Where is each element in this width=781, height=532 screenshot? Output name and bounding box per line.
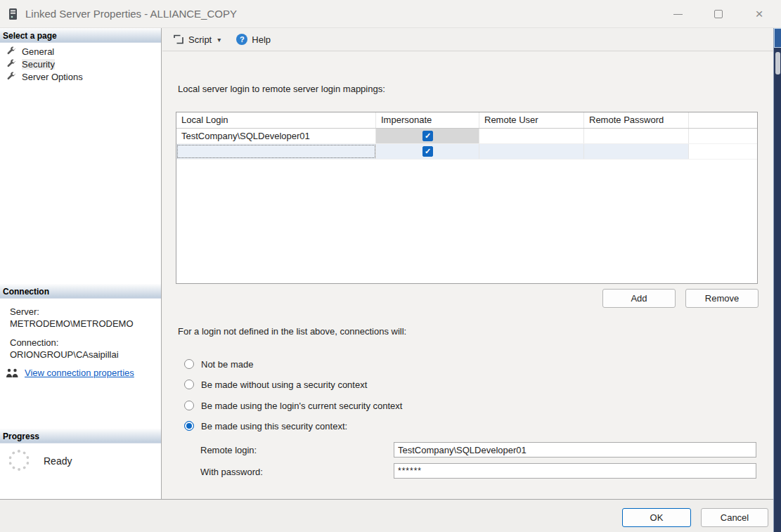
radio-label: Be made without using a security context [201, 379, 367, 390]
remote-user-cell[interactable] [479, 129, 584, 143]
server-icon [8, 8, 18, 20]
remote-password-cell[interactable] [584, 129, 689, 143]
sidebar-item-label: Security [22, 59, 55, 70]
remove-button[interactable]: Remove [685, 289, 759, 308]
impersonate-cell: ✓ [376, 144, 479, 159]
check-icon: ✓ [425, 132, 431, 140]
cancel-button[interactable]: Cancel [701, 508, 768, 527]
table-row: TestCompany\SQLDeveloper01 ✓ [176, 129, 757, 144]
page-list: General Security Server Options [0, 45, 161, 83]
window-title: Linked Server Properties - ALLIANCE_COPY [25, 8, 237, 20]
login-mappings-table: Local Login Impersonate Remote User Remo… [176, 112, 758, 284]
wrench-icon [6, 59, 16, 69]
security-page-panel: Local server login to remote server logi… [162, 52, 773, 499]
server-value: METRODEMO\METRODEMO [10, 318, 134, 329]
dialog-footer: OK Cancel [0, 499, 773, 532]
mappings-label: Local server login to remote server logi… [178, 84, 385, 94]
check-icon: ✓ [425, 148, 431, 155]
wrench-icon [6, 46, 16, 56]
remote-user-cell[interactable] [479, 144, 584, 159]
table-row: ✓ [176, 144, 757, 160]
maximize-button[interactable] [708, 4, 729, 25]
ok-button[interactable]: OK [622, 508, 691, 527]
local-login-cell[interactable]: TestCompany\SQLDeveloper01 [176, 129, 376, 143]
column-header-remote-user: Remote User [479, 112, 584, 128]
script-label: Script [188, 34, 212, 45]
view-connection-properties-link[interactable]: View connection properties [25, 368, 134, 378]
minimize-button[interactable] [667, 4, 688, 25]
connection-value: ORIONGROUP\CAsaipillai [10, 349, 119, 360]
dialog-toolbar: Script ▾ ? Help [162, 28, 773, 51]
filler-cell [689, 144, 757, 159]
chevron-down-icon[interactable]: ▾ [217, 36, 221, 44]
remote-login-label: Remote login: [200, 445, 257, 455]
column-header-remote-password: Remote Password [584, 112, 689, 128]
table-header-row: Local Login Impersonate Remote User Remo… [176, 112, 757, 129]
impersonate-checkbox[interactable]: ✓ [422, 146, 433, 157]
column-header-local-login: Local Login [176, 112, 376, 128]
sidebar-item-security[interactable]: Security [0, 58, 161, 70]
progress-header: Progress [0, 429, 161, 443]
select-a-page-header: Select a page [0, 28, 161, 43]
help-label: Help [252, 34, 271, 45]
radio-icon[interactable] [184, 401, 194, 410]
radio-label: Be made using the login's current securi… [201, 401, 402, 411]
with-password-input[interactable] [394, 463, 756, 479]
column-header-impersonate: Impersonate [376, 112, 479, 128]
background-app-strip [773, 28, 781, 532]
remote-login-input[interactable] [394, 442, 756, 458]
column-header-filler [689, 112, 757, 128]
with-password-label: With password: [200, 467, 263, 477]
sidebar-item-server-options[interactable]: Server Options [0, 70, 161, 83]
radio-label: Be made using this security context: [201, 421, 347, 432]
sidebar-item-label: General [22, 46, 54, 57]
background-tab [774, 28, 781, 48]
connection-header: Connection [0, 284, 161, 299]
scrollbar-thumb[interactable] [775, 52, 780, 74]
radio-current-security-context[interactable]: Be made using the login's current securi… [184, 400, 402, 411]
add-button[interactable]: Add [602, 289, 676, 308]
help-button[interactable]: ? Help [233, 30, 273, 48]
impersonate-cell: ✓ [376, 129, 479, 143]
script-icon [173, 34, 184, 45]
sidebar-item-label: Server Options [22, 72, 83, 82]
close-button[interactable]: × [749, 4, 770, 25]
radio-icon[interactable] [184, 359, 194, 369]
progress-spinner-icon [8, 450, 30, 471]
local-login-cell[interactable] [176, 144, 376, 159]
radio-without-security-context[interactable]: Be made without using a security context [184, 379, 367, 390]
connections-will-label: For a login not defined in the list abov… [178, 326, 406, 337]
filler-cell [689, 129, 757, 143]
script-button[interactable]: Script ▾ [170, 30, 224, 48]
radio-icon[interactable] [184, 379, 194, 389]
people-icon [6, 368, 20, 378]
radio-icon[interactable] [184, 421, 194, 431]
title-bar: Linked Server Properties - ALLIANCE_COPY… [0, 0, 781, 28]
help-icon: ? [236, 34, 247, 45]
impersonate-checkbox[interactable]: ✓ [422, 131, 433, 141]
remote-password-cell[interactable] [584, 144, 689, 159]
server-label: Server: [10, 306, 39, 317]
sidebar: Select a page General Security Server Op… [0, 28, 162, 499]
radio-label: Not be made [201, 359, 253, 370]
progress-status: Ready [44, 455, 72, 467]
connection-label: Connection: [10, 337, 58, 348]
sidebar-item-general[interactable]: General [0, 45, 161, 58]
radio-not-be-made[interactable]: Not be made [184, 358, 253, 370]
wrench-icon [6, 72, 16, 82]
radio-this-security-context[interactable]: Be made using this security context: [184, 420, 347, 432]
